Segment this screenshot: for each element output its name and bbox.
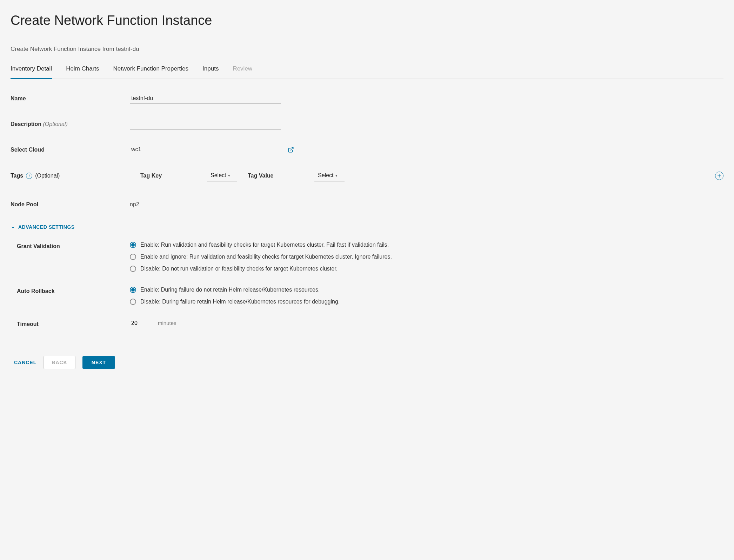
wizard-tabs: Inventory Detail Helm Charts Network Fun… [11, 64, 723, 79]
tab-inventory-detail[interactable]: Inventory Detail [11, 64, 52, 79]
svg-line-0 [291, 147, 293, 150]
name-input[interactable] [130, 93, 281, 104]
chevron-down-icon: ▾ [228, 173, 230, 179]
back-button: BACK [44, 356, 75, 369]
timeout-input[interactable] [130, 319, 151, 328]
tab-helm-charts[interactable]: Helm Charts [66, 64, 99, 79]
auto-rollback-disable-text: Disable: During failure retain Helm rele… [140, 298, 340, 306]
grant-validation-enable-text: Enable: Run validation and feasibility c… [140, 241, 389, 249]
auto-rollback-disable[interactable]: Disable: During failure retain Helm rele… [130, 298, 340, 306]
label-name: Name [11, 93, 130, 103]
page-title: Create Network Function Instance [11, 11, 723, 31]
description-input[interactable] [130, 119, 281, 129]
radio-icon [130, 254, 136, 260]
row-tags: Tags i (Optional) Tag Key Select ▾ Tag V… [11, 170, 723, 181]
label-select-cloud: Select Cloud [11, 144, 130, 154]
row-name: Name [11, 93, 723, 104]
radio-icon [130, 242, 136, 248]
row-select-cloud: Select Cloud [11, 144, 723, 155]
label-grant-validation: Grant Validation [11, 241, 130, 251]
row-grant-validation: Grant Validation Enable: Run validation … [11, 241, 723, 273]
tab-network-function-properties[interactable]: Network Function Properties [113, 64, 188, 79]
tab-inputs[interactable]: Inputs [202, 64, 219, 79]
cloud-input[interactable] [130, 144, 281, 155]
grant-validation-enable[interactable]: Enable: Run validation and feasibility c… [130, 241, 392, 249]
label-tag-key: Tag Key [140, 172, 189, 180]
chevron-down-icon [11, 225, 15, 230]
tab-review: Review [233, 64, 252, 79]
tag-value-group: Tag Value Select ▾ [248, 170, 345, 181]
label-description: Description (Optional) [11, 119, 130, 128]
wizard-footer: CANCEL BACK NEXT [11, 349, 723, 375]
row-node-pool: Node Pool np2 [11, 199, 723, 209]
grant-validation-disable[interactable]: Disable: Do not run validation or feasib… [130, 265, 392, 273]
label-node-pool: Node Pool [11, 199, 130, 209]
row-description: Description (Optional) [11, 119, 723, 129]
grant-validation-disable-text: Disable: Do not run validation or feasib… [140, 265, 338, 273]
label-timeout: Timeout [11, 319, 130, 328]
grant-validation-enable-ignore[interactable]: Enable and Ignore: Run validation and fe… [130, 253, 392, 261]
tag-key-group: Tag Key Select ▾ [140, 170, 237, 181]
radio-icon [130, 299, 136, 305]
info-icon[interactable]: i [26, 173, 32, 179]
radio-icon [130, 287, 136, 293]
tag-key-select[interactable]: Select ▾ [207, 170, 237, 181]
label-tags-optional: (Optional) [35, 172, 60, 180]
advanced-settings-label: ADVANCED SETTINGS [18, 224, 75, 231]
tag-value-select-text: Select [318, 171, 333, 180]
timeout-unit: minutes [158, 319, 176, 327]
external-link-icon[interactable] [288, 147, 294, 153]
label-tags: Tags [11, 172, 23, 180]
cancel-button[interactable]: CANCEL [14, 359, 36, 366]
add-tag-icon[interactable] [715, 172, 723, 180]
row-auto-rollback: Auto Rollback Enable: During failure do … [11, 286, 723, 306]
grant-validation-enable-ignore-text: Enable and Ignore: Run validation and fe… [140, 253, 392, 261]
label-tag-value: Tag Value [248, 172, 297, 180]
auto-rollback-enable-text: Enable: During failure do not retain Hel… [140, 286, 320, 294]
tag-value-select[interactable]: Select ▾ [314, 170, 345, 181]
node-pool-value: np2 [130, 199, 139, 209]
auto-rollback-enable[interactable]: Enable: During failure do not retain Hel… [130, 286, 340, 294]
label-description-text: Description [11, 121, 41, 127]
chevron-down-icon: ▾ [335, 173, 338, 179]
next-button[interactable]: NEXT [82, 356, 115, 369]
label-description-optional: (Optional) [43, 121, 67, 127]
radio-icon [130, 266, 136, 272]
row-timeout: Timeout minutes [11, 319, 723, 328]
label-auto-rollback: Auto Rollback [11, 286, 130, 295]
page-subtitle: Create Network Function Instance from te… [11, 45, 723, 54]
advanced-settings-toggle[interactable]: ADVANCED SETTINGS [11, 224, 723, 231]
tag-key-select-text: Select [211, 171, 226, 180]
